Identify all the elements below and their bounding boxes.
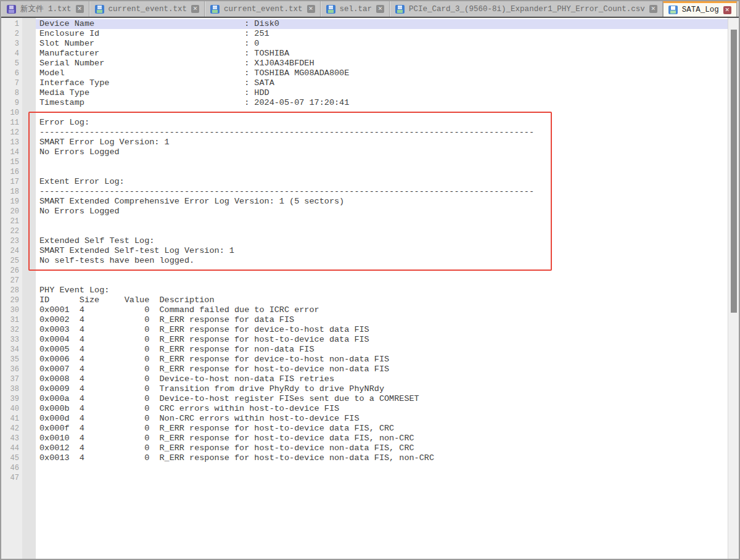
code-line-47[interactable] xyxy=(36,473,728,483)
code-line-44[interactable]: 0x0012 4 0 R_ERR response for host-to-de… xyxy=(36,443,728,453)
line-number-44: 44 xyxy=(1,443,22,453)
line-number-gutter[interactable]: 1234567891011121314151617181920212223242… xyxy=(1,18,22,559)
close-icon[interactable]: ✕ xyxy=(376,5,384,13)
code-line-22[interactable] xyxy=(36,226,728,236)
line-number-16: 16 xyxy=(1,167,22,177)
code-line-24[interactable]: SMART Extended Self-test Log Version: 1 xyxy=(36,246,728,256)
code-line-11[interactable]: Error Log: xyxy=(36,118,728,128)
line-number-15: 15 xyxy=(1,157,22,167)
line-number-3: 3 xyxy=(1,39,22,49)
code-line-5[interactable]: Serial Number : X1J0A34BFDEH xyxy=(36,59,728,68)
line-number-29: 29 xyxy=(1,295,22,305)
line-number-30: 30 xyxy=(1,305,22,315)
code-line-2[interactable]: Enclosure Id : 251 xyxy=(36,29,728,39)
code-line-34[interactable]: 0x0005 4 0 R_ERR response for non-data F… xyxy=(36,345,728,355)
text-content[interactable]: Device Name : Disk0Enclosure Id : 251Slo… xyxy=(36,18,728,559)
line-number-13: 13 xyxy=(1,138,22,147)
tab-current_event-txt[interactable]: current_event.txt✕ xyxy=(89,1,205,17)
line-number-31: 31 xyxy=(1,315,22,325)
code-line-16[interactable] xyxy=(36,167,728,177)
code-line-39[interactable]: 0x000a 4 0 Device-to-host register FISes… xyxy=(36,394,728,404)
tab-label: SATA_Log xyxy=(682,6,719,14)
code-line-25[interactable]: No self-tests have been logged. xyxy=(36,256,728,266)
code-line-14[interactable]: No Errors Logged xyxy=(36,147,728,157)
code-line-46[interactable] xyxy=(36,463,728,473)
code-line-17[interactable]: Extent Error Log: xyxy=(36,177,728,187)
code-line-18[interactable]: ----------------------------------------… xyxy=(36,187,728,197)
code-line-12[interactable]: ----------------------------------------… xyxy=(36,128,728,138)
tab-sel-tar[interactable]: sel.tar✕ xyxy=(321,1,390,17)
code-line-8[interactable]: Media Type : HDD xyxy=(36,88,728,98)
line-number-20: 20 xyxy=(1,207,22,216)
code-line-40[interactable]: 0x000b 4 0 CRC errors within host-to-dev… xyxy=(36,404,728,414)
tab-1-txt[interactable]: 新文件 1.txt✕ xyxy=(1,1,89,17)
tab-label: PCIe_Card_3_(9560-8i)_Expander1_PHY_Erro… xyxy=(409,5,645,14)
code-line-3[interactable]: Slot Number : 0 xyxy=(36,39,728,49)
tab-current_event-txt[interactable]: current_event.txt✕ xyxy=(205,1,321,17)
code-line-43[interactable]: 0x0010 4 0 R_ERR response for host-to-de… xyxy=(36,434,728,443)
code-line-42[interactable]: 0x000f 4 0 R_ERR response for host-to-de… xyxy=(36,424,728,434)
close-icon[interactable]: ✕ xyxy=(191,5,199,13)
line-number-17: 17 xyxy=(1,177,22,187)
tab-label: current_event.txt xyxy=(224,5,303,14)
line-number-32: 32 xyxy=(1,325,22,335)
fold-margin xyxy=(22,18,36,559)
line-number-4: 4 xyxy=(1,49,22,59)
line-number-9: 9 xyxy=(1,98,22,108)
close-icon[interactable]: ✕ xyxy=(307,5,315,13)
line-number-45: 45 xyxy=(1,453,22,463)
line-number-24: 24 xyxy=(1,246,22,256)
line-number-2: 2 xyxy=(1,29,22,39)
close-icon[interactable]: ✕ xyxy=(723,6,731,14)
code-line-20[interactable]: No Errors Logged xyxy=(36,207,728,216)
code-line-27[interactable] xyxy=(36,276,728,286)
code-line-1[interactable]: Device Name : Disk0 xyxy=(36,19,728,29)
code-line-35[interactable]: 0x0006 4 0 R_ERR response for device-to-… xyxy=(36,355,728,364)
code-line-9[interactable]: Timestamp : 2024-05-07 17:20:41 xyxy=(36,98,728,108)
code-line-13[interactable]: SMART Error Log Version: 1 xyxy=(36,138,728,147)
code-line-45[interactable]: 0x0013 4 0 R_ERR response for host-to-de… xyxy=(36,453,728,463)
code-line-19[interactable]: SMART Extended Comprehensive Error Log V… xyxy=(36,197,728,207)
close-icon[interactable]: ✕ xyxy=(649,5,657,13)
line-number-23: 23 xyxy=(1,236,22,246)
code-line-4[interactable]: Manufacturer : TOSHIBA xyxy=(36,49,728,59)
line-number-19: 19 xyxy=(1,197,22,207)
scrollbar-thumb[interactable] xyxy=(731,30,737,313)
line-number-27: 27 xyxy=(1,276,22,286)
line-number-47: 47 xyxy=(1,473,22,483)
line-number-39: 39 xyxy=(1,394,22,404)
code-line-37[interactable]: 0x0008 4 0 Device-to-host non-data FIS r… xyxy=(36,374,728,384)
line-number-43: 43 xyxy=(1,434,22,443)
vertical-scrollbar[interactable] xyxy=(728,18,739,559)
line-number-25: 25 xyxy=(1,256,22,266)
line-number-28: 28 xyxy=(1,286,22,295)
code-line-38[interactable]: 0x0009 4 0 Transition from drive PhyRdy … xyxy=(36,384,728,394)
tab-sata_log[interactable]: SATA_Log✕ xyxy=(663,1,737,17)
code-line-15[interactable] xyxy=(36,157,728,167)
floppy-disk-icon xyxy=(210,5,220,14)
line-number-40: 40 xyxy=(1,404,22,414)
code-line-33[interactable]: 0x0004 4 0 R_ERR response for host-to-de… xyxy=(36,335,728,345)
line-number-36: 36 xyxy=(1,364,22,374)
code-line-28[interactable]: PHY Event Log: xyxy=(36,286,728,295)
code-line-41[interactable]: 0x000d 4 0 Non-CRC errors within host-to… xyxy=(36,414,728,424)
line-number-46: 46 xyxy=(1,463,22,473)
code-line-6[interactable]: Model : TOSHIBA MG08ADA800E xyxy=(36,68,728,78)
floppy-disk-icon xyxy=(95,5,104,14)
code-line-26[interactable] xyxy=(36,266,728,276)
code-line-21[interactable] xyxy=(36,216,728,226)
code-line-23[interactable]: Extended Self Test Log: xyxy=(36,236,728,246)
tab-bar: 新文件 1.txt✕current_event.txt✕current_even… xyxy=(1,1,739,17)
floppy-disk-icon xyxy=(395,5,405,14)
code-line-36[interactable]: 0x0007 4 0 R_ERR response for host-to-de… xyxy=(36,364,728,374)
code-line-7[interactable]: Interface Type : SATA xyxy=(36,78,728,88)
line-number-7: 7 xyxy=(1,78,22,88)
code-line-32[interactable]: 0x0003 4 0 R_ERR response for device-to-… xyxy=(36,325,728,335)
line-number-33: 33 xyxy=(1,335,22,345)
tab-pcie_card_3_-9560-8i-_expander1_phy_error_count-csv[interactable]: PCIe_Card_3_(9560-8i)_Expander1_PHY_Erro… xyxy=(390,1,663,17)
code-line-31[interactable]: 0x0002 4 0 R_ERR response for data FIS xyxy=(36,315,728,325)
code-line-30[interactable]: 0x0001 4 0 Command failed due to ICRC er… xyxy=(36,305,728,315)
code-line-10[interactable] xyxy=(36,108,728,118)
code-line-29[interactable]: ID Size Value Description xyxy=(36,295,728,305)
close-icon[interactable]: ✕ xyxy=(76,5,84,13)
